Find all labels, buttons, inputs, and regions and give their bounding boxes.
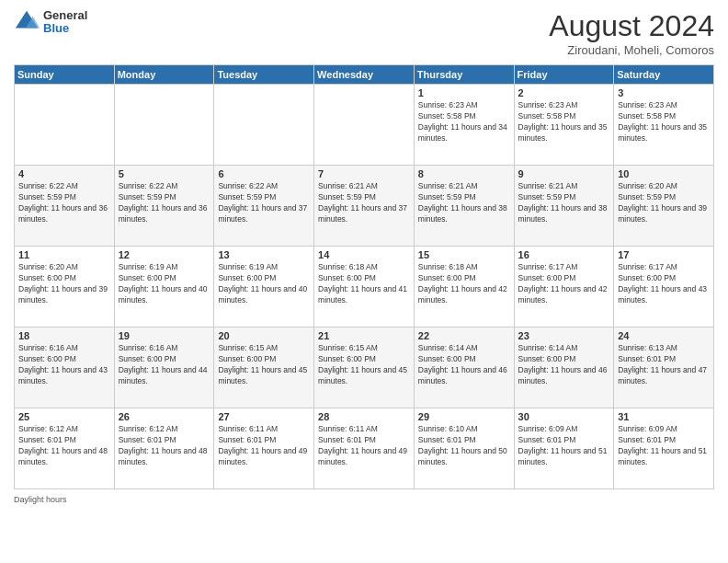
day-info: Sunrise: 6:15 AMSunset: 6:00 PMDaylight:… xyxy=(318,343,410,387)
day-number: 12 xyxy=(119,249,210,260)
day-info: Sunrise: 6:09 AMSunset: 6:01 PMDaylight:… xyxy=(618,424,710,468)
day-info: Sunrise: 6:11 AMSunset: 6:01 PMDaylight:… xyxy=(318,424,410,468)
table-row xyxy=(214,85,314,166)
table-row: 7 Sunrise: 6:21 AMSunset: 5:59 PMDayligh… xyxy=(314,166,415,247)
day-number: 27 xyxy=(218,411,310,422)
day-info: Sunrise: 6:09 AMSunset: 6:01 PMDaylight:… xyxy=(518,424,610,468)
table-row: 25 Sunrise: 6:12 AMSunset: 6:01 PMDaylig… xyxy=(15,408,115,489)
table-row: 3 Sunrise: 6:23 AMSunset: 5:58 PMDayligh… xyxy=(614,85,714,166)
calendar-week-row: 11 Sunrise: 6:20 AMSunset: 6:00 PMDaylig… xyxy=(15,247,714,327)
header-wednesday: Wednesday xyxy=(314,65,415,85)
day-number: 26 xyxy=(119,411,210,422)
day-info: Sunrise: 6:16 AMSunset: 6:00 PMDaylight:… xyxy=(18,343,110,387)
day-number: 14 xyxy=(318,249,410,260)
day-info: Sunrise: 6:23 AMSunset: 5:58 PMDaylight:… xyxy=(418,100,510,144)
calendar-week-row: 18 Sunrise: 6:16 AMSunset: 6:00 PMDaylig… xyxy=(15,327,714,408)
table-row: 4 Sunrise: 6:22 AMSunset: 5:59 PMDayligh… xyxy=(15,166,115,247)
day-info: Sunrise: 6:18 AMSunset: 6:00 PMDaylight:… xyxy=(418,262,510,306)
table-row: 2 Sunrise: 6:23 AMSunset: 5:58 PMDayligh… xyxy=(514,85,614,166)
day-info: Sunrise: 6:17 AMSunset: 6:00 PMDaylight:… xyxy=(518,262,610,306)
header-monday: Monday xyxy=(114,65,214,85)
day-number: 17 xyxy=(618,249,710,260)
day-number: 31 xyxy=(618,411,710,422)
logo-icon xyxy=(14,9,40,35)
day-info: Sunrise: 6:23 AMSunset: 5:58 PMDaylight:… xyxy=(518,100,610,144)
calendar-week-row: 1 Sunrise: 6:23 AMSunset: 5:58 PMDayligh… xyxy=(15,85,714,166)
day-number: 13 xyxy=(218,249,310,260)
logo-general: General xyxy=(43,9,87,22)
day-number: 25 xyxy=(18,411,110,422)
day-info: Sunrise: 6:22 AMSunset: 5:59 PMDaylight:… xyxy=(119,181,210,225)
page: General Blue August 2024 Ziroudani, Mohe… xyxy=(0,0,728,563)
day-info: Sunrise: 6:15 AMSunset: 6:00 PMDaylight:… xyxy=(218,343,310,387)
table-row: 10 Sunrise: 6:20 AMSunset: 5:59 PMDaylig… xyxy=(614,166,714,247)
day-info: Sunrise: 6:16 AMSunset: 6:00 PMDaylight:… xyxy=(119,343,210,387)
day-info: Sunrise: 6:23 AMSunset: 5:58 PMDaylight:… xyxy=(618,100,710,144)
table-row: 28 Sunrise: 6:11 AMSunset: 6:01 PMDaylig… xyxy=(314,408,415,489)
day-number: 2 xyxy=(518,87,610,98)
calendar: Sunday Monday Tuesday Wednesday Thursday… xyxy=(14,64,714,489)
day-number: 24 xyxy=(618,330,710,341)
day-number: 28 xyxy=(318,411,410,422)
header-tuesday: Tuesday xyxy=(214,65,314,85)
day-info: Sunrise: 6:19 AMSunset: 6:00 PMDaylight:… xyxy=(119,262,210,306)
day-info: Sunrise: 6:18 AMSunset: 6:00 PMDaylight:… xyxy=(318,262,410,306)
table-row: 22 Sunrise: 6:14 AMSunset: 6:00 PMDaylig… xyxy=(414,327,514,408)
day-number: 21 xyxy=(318,330,410,341)
day-number: 10 xyxy=(618,168,710,179)
day-info: Sunrise: 6:13 AMSunset: 6:01 PMDaylight:… xyxy=(618,343,710,387)
table-row xyxy=(15,85,115,166)
day-info: Sunrise: 6:11 AMSunset: 6:01 PMDaylight:… xyxy=(218,424,310,468)
day-info: Sunrise: 6:19 AMSunset: 6:00 PMDaylight:… xyxy=(218,262,310,306)
calendar-week-row: 25 Sunrise: 6:12 AMSunset: 6:01 PMDaylig… xyxy=(15,408,714,489)
day-number: 7 xyxy=(318,168,410,179)
table-row: 1 Sunrise: 6:23 AMSunset: 5:58 PMDayligh… xyxy=(414,85,514,166)
logo: General Blue xyxy=(14,9,87,36)
day-info: Sunrise: 6:14 AMSunset: 6:00 PMDaylight:… xyxy=(418,343,510,387)
day-info: Sunrise: 6:21 AMSunset: 5:59 PMDaylight:… xyxy=(518,181,610,225)
table-row: 18 Sunrise: 6:16 AMSunset: 6:00 PMDaylig… xyxy=(15,327,115,408)
day-info: Sunrise: 6:20 AMSunset: 6:00 PMDaylight:… xyxy=(18,262,110,306)
day-number: 5 xyxy=(119,168,210,179)
table-row: 5 Sunrise: 6:22 AMSunset: 5:59 PMDayligh… xyxy=(114,166,214,247)
calendar-header-row: Sunday Monday Tuesday Wednesday Thursday… xyxy=(15,65,714,85)
table-row: 23 Sunrise: 6:14 AMSunset: 6:00 PMDaylig… xyxy=(514,327,614,408)
table-row: 16 Sunrise: 6:17 AMSunset: 6:00 PMDaylig… xyxy=(514,247,614,327)
day-number: 19 xyxy=(119,330,210,341)
day-info: Sunrise: 6:22 AMSunset: 5:59 PMDaylight:… xyxy=(218,181,310,225)
day-number: 11 xyxy=(18,249,110,260)
table-row: 24 Sunrise: 6:13 AMSunset: 6:01 PMDaylig… xyxy=(614,327,714,408)
table-row: 29 Sunrise: 6:10 AMSunset: 6:01 PMDaylig… xyxy=(414,408,514,489)
day-info: Sunrise: 6:17 AMSunset: 6:00 PMDaylight:… xyxy=(618,262,710,306)
day-number: 15 xyxy=(418,249,510,260)
calendar-week-row: 4 Sunrise: 6:22 AMSunset: 5:59 PMDayligh… xyxy=(15,166,714,247)
table-row: 19 Sunrise: 6:16 AMSunset: 6:00 PMDaylig… xyxy=(114,327,214,408)
logo-text: General Blue xyxy=(43,9,87,36)
day-number: 8 xyxy=(418,168,510,179)
day-number: 22 xyxy=(418,330,510,341)
table-row: 27 Sunrise: 6:11 AMSunset: 6:01 PMDaylig… xyxy=(214,408,314,489)
month-title: August 2024 xyxy=(549,9,714,43)
logo-blue: Blue xyxy=(43,22,87,35)
day-number: 6 xyxy=(218,168,310,179)
day-number: 29 xyxy=(418,411,510,422)
day-info: Sunrise: 6:12 AMSunset: 6:01 PMDaylight:… xyxy=(119,424,210,468)
day-number: 9 xyxy=(518,168,610,179)
day-number: 18 xyxy=(18,330,110,341)
table-row: 12 Sunrise: 6:19 AMSunset: 6:00 PMDaylig… xyxy=(114,247,214,327)
table-row: 20 Sunrise: 6:15 AMSunset: 6:00 PMDaylig… xyxy=(214,327,314,408)
table-row: 30 Sunrise: 6:09 AMSunset: 6:01 PMDaylig… xyxy=(514,408,614,489)
header-sunday: Sunday xyxy=(15,65,115,85)
header-friday: Friday xyxy=(514,65,614,85)
table-row: 21 Sunrise: 6:15 AMSunset: 6:00 PMDaylig… xyxy=(314,327,415,408)
table-row: 15 Sunrise: 6:18 AMSunset: 6:00 PMDaylig… xyxy=(414,247,514,327)
table-row: 26 Sunrise: 6:12 AMSunset: 6:01 PMDaylig… xyxy=(114,408,214,489)
day-info: Sunrise: 6:10 AMSunset: 6:01 PMDaylight:… xyxy=(418,424,510,468)
header-saturday: Saturday xyxy=(614,65,714,85)
day-number: 23 xyxy=(518,330,610,341)
table-row: 17 Sunrise: 6:17 AMSunset: 6:00 PMDaylig… xyxy=(614,247,714,327)
subtitle: Ziroudani, Moheli, Comoros xyxy=(549,43,714,57)
table-row: 6 Sunrise: 6:22 AMSunset: 5:59 PMDayligh… xyxy=(214,166,314,247)
table-row: 14 Sunrise: 6:18 AMSunset: 6:00 PMDaylig… xyxy=(314,247,415,327)
table-row xyxy=(114,85,214,166)
